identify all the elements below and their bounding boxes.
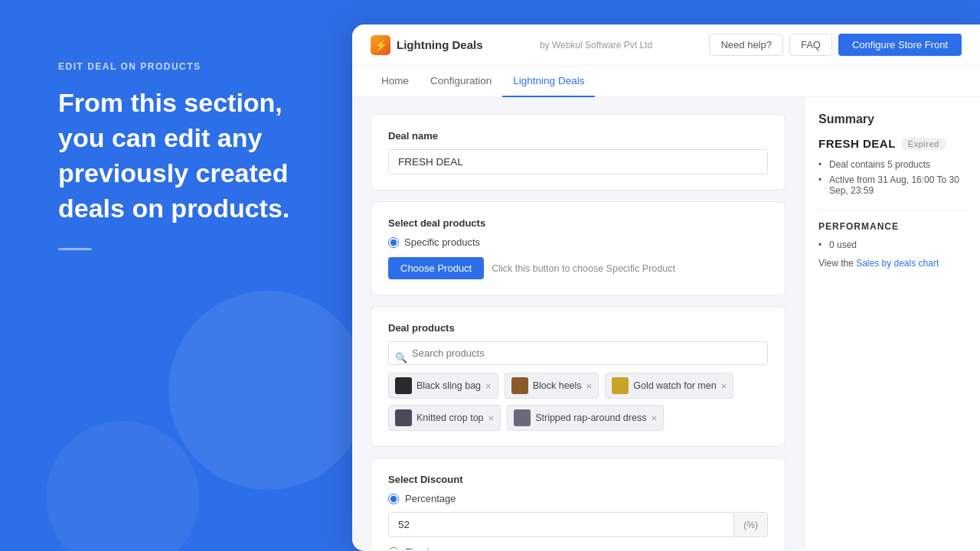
select-discount-section: Select Discount Percentage (%) Fixed $ [371, 458, 786, 549]
search-icon: 🔍 [395, 351, 407, 363]
tag-img-block-heels [511, 377, 528, 394]
percentage-radio[interactable] [388, 494, 399, 504]
deco-circle-1 [168, 291, 368, 490]
summary-bullet-dates: Active from 31 Aug, 16:00 To 30 Sep, 23:… [818, 174, 966, 196]
form-panel: Deal name Select deal products Specific … [352, 97, 804, 549]
percentage-input-wrap: (%) [388, 512, 768, 537]
expired-badge: Expired [902, 138, 946, 150]
tag-img-black-sling-bag [395, 377, 412, 394]
fixed-label: Fixed [405, 546, 430, 549]
main-card: ⚡ Lightning Deals by Webkul Software Pvt… [352, 24, 980, 551]
select-discount-label: Select Discount [388, 474, 768, 485]
tab-configuration[interactable]: Configuration [420, 66, 502, 97]
tag-close-dress[interactable]: × [651, 413, 657, 423]
percentage-suffix: (%) [733, 514, 767, 536]
nav-tabs: Home Configuration Lightning Deals [352, 66, 980, 97]
action-buttons: Need help? FAQ Configure Store Front [709, 34, 962, 56]
tag-img-crop-top [395, 409, 412, 426]
top-bar: ⚡ Lightning Deals by Webkul Software Pvt… [352, 24, 980, 66]
heading-divider [58, 248, 92, 250]
summary-title: Summary [818, 112, 966, 126]
view-link-text: View the Sales by deals chart [818, 258, 966, 269]
tag-close-black-sling-bag[interactable]: × [485, 381, 492, 391]
summary-deal-name: FRESH DEAL Expired [818, 137, 966, 150]
tag-img-dress [514, 409, 531, 426]
summary-deal-name-text: FRESH DEAL [818, 137, 896, 150]
sales-by-deals-chart-link[interactable]: Sales by deals chart [856, 258, 939, 269]
deal-products-section: Deal products 🔍 Black sling bag × [371, 306, 786, 447]
app-name: Lightning Deals [397, 38, 483, 51]
select-deal-products-label: Select deal products [388, 217, 768, 229]
tag-label-block-heels: Block heels [533, 380, 582, 391]
tag-close-crop-top[interactable]: × [488, 413, 495, 423]
lightning-icon: ⚡ [374, 39, 387, 51]
product-type-radio-group: Specific products [388, 236, 768, 248]
view-link-prefix: View the [818, 258, 856, 269]
top-buttons: by Webkul Software Pvt Ltd [540, 40, 652, 51]
tag-black-sling-bag: Black sling bag × [388, 373, 498, 399]
by-text: by Webkul Software Pvt Ltd [540, 40, 652, 51]
tag-close-block-heels[interactable]: × [586, 381, 593, 391]
deco-circle-2 [46, 421, 199, 551]
page-heading: From this section, you can edit any prev… [58, 86, 314, 227]
configure-store-button[interactable]: Configure Store Front [838, 34, 962, 56]
app-logo: ⚡ Lightning Deals [371, 35, 483, 55]
percentage-label: Percentage [405, 493, 456, 504]
summary-divider [818, 210, 966, 210]
specific-products-radio-row: Specific products [388, 236, 768, 248]
content-area: Deal name Select deal products Specific … [352, 97, 980, 549]
search-products-input[interactable] [388, 341, 768, 365]
choose-product-hint: Click this button to choose Specific Pro… [492, 263, 675, 274]
tag-dress: Stripped rap-around dress × [507, 405, 664, 431]
fixed-radio[interactable] [388, 547, 399, 550]
fixed-radio-row: Fixed [388, 546, 768, 549]
choose-product-row: Choose Product Click this button to choo… [388, 257, 768, 279]
choose-product-button[interactable]: Choose Product [388, 257, 484, 279]
faq-button[interactable]: FAQ [789, 34, 832, 56]
tab-home[interactable]: Home [371, 66, 420, 97]
search-products-wrap: 🔍 [388, 341, 768, 373]
percentage-radio-row: Percentage [388, 493, 768, 504]
left-panel: EDIT DEAL ON PRODUCTS From this section,… [0, 0, 360, 551]
tag-img-gold-watch [612, 377, 629, 394]
product-tags-area: Black sling bag × Block heels × Gold wat… [388, 373, 768, 431]
tag-label-dress: Stripped rap-around dress [535, 412, 646, 423]
used-text: 0 used [818, 240, 966, 250]
summary-panel: Summary FRESH DEAL Expired Deal contains… [804, 97, 980, 549]
deal-products-label: Deal products [388, 322, 768, 334]
summary-bullets: Deal contains 5 products Active from 31 … [818, 159, 966, 196]
tag-crop-top: Knitted crop top × [388, 405, 501, 431]
tag-label-black-sling-bag: Black sling bag [416, 380, 481, 391]
app-logo-icon: ⚡ [371, 35, 390, 55]
summary-bullet-products: Deal contains 5 products [818, 159, 966, 170]
page-section-label: EDIT DEAL ON PRODUCTS [58, 61, 314, 72]
tag-gold-watch: Gold watch for men × [605, 373, 733, 399]
tag-block-heels: Block heels × [505, 373, 599, 399]
deal-name-input[interactable] [388, 149, 768, 174]
specific-products-radio[interactable] [388, 237, 399, 248]
deal-name-label: Deal name [388, 130, 768, 142]
tag-close-gold-watch[interactable]: × [721, 381, 727, 391]
tag-label-gold-watch: Gold watch for men [633, 380, 716, 391]
performance-title: PERFORMANCE [818, 221, 966, 232]
tag-label-crop-top: Knitted crop top [416, 412, 484, 423]
need-help-button[interactable]: Need help? [709, 34, 783, 56]
tab-lightning-deals[interactable]: Lightning Deals [502, 66, 595, 97]
percentage-input[interactable] [389, 513, 733, 536]
specific-products-label: Specific products [404, 236, 480, 248]
select-deal-products-section: Select deal products Specific products C… [371, 201, 786, 295]
deal-name-section: Deal name [371, 114, 786, 191]
